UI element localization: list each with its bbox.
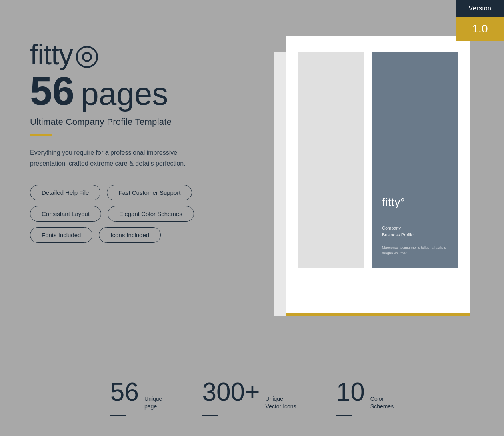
stat-pages-row: 56 Unique page [110, 379, 162, 411]
badge-fonts-included[interactable]: Fonts Included [30, 227, 92, 243]
brand-symbol: ◎ [74, 40, 99, 69]
badge-consistant-layout[interactable]: Consistant Layout [30, 206, 101, 222]
mockup-description-text: Maecenas lacinia mollis tellus, a facili… [382, 245, 448, 256]
badges-row-3: Fonts Included Icons Included [30, 227, 254, 243]
stat-colors-label: Color Schemes [370, 395, 394, 411]
stat-icons-row: 300+ Unique Vector Icons [202, 379, 296, 411]
mockup-brand: fitty° [382, 196, 448, 209]
stat-colors-number: 10 [336, 379, 365, 405]
badge-fast-support[interactable]: Fast Customer Support [107, 185, 192, 200]
badge-detailed-help[interactable]: Detailed Help File [30, 185, 100, 200]
version-badge: Version 1.0 [456, 0, 504, 41]
badge-elegant-colors[interactable]: Elegant Color Schemes [108, 206, 194, 222]
stat-icons: 300+ Unique Vector Icons [202, 379, 296, 416]
left-content: fitty◎ 56 pages Ultimate Company Profile… [30, 40, 254, 243]
pages-line: 56 pages [30, 69, 254, 113]
yellow-divider [30, 134, 52, 136]
badges-container: Detailed Help File Fast Customer Support… [30, 185, 254, 243]
mockup-main-card: fitty° Company Business Profile Maecenas… [286, 36, 470, 316]
right-mockup: fitty° Company Business Profile Maecenas… [286, 36, 478, 332]
mockup-bottom-bar [286, 313, 470, 316]
mockup-top-section: fitty° Company Business Profile Maecenas… [298, 52, 458, 313]
mockup-right-panel: fitty° Company Business Profile Maecenas… [372, 52, 458, 268]
pages-number: 56 [30, 69, 74, 113]
stat-pages-divider [110, 415, 126, 416]
version-label: Version [456, 0, 504, 17]
mockup-inner: fitty° Company Business Profile Maecenas… [286, 36, 470, 313]
stat-icons-label: Unique Vector Icons [266, 395, 296, 411]
badges-row-1: Detailed Help File Fast Customer Support [30, 185, 254, 200]
stats-section: 56 Unique page 300+ Unique Vector Icons … [0, 379, 504, 416]
mockup-company-text: Company Business Profile [382, 225, 448, 239]
stat-icons-divider [202, 415, 218, 416]
version-number: 1.0 [456, 17, 504, 41]
mockup-left-panel [298, 52, 364, 268]
stat-pages: 56 Unique page [110, 379, 162, 416]
badge-icons-included[interactable]: Icons Included [99, 227, 161, 243]
badges-row-2: Consistant Layout Elegant Color Schemes [30, 206, 254, 222]
brand-name: fitty◎ [30, 40, 254, 69]
description: Everything you require for a professiona… [30, 147, 214, 169]
stat-icons-number: 300+ [202, 379, 260, 405]
subtitle: Ultimate Company Profile Template [30, 117, 254, 127]
stat-colors-row: 10 Color Schemes [336, 379, 394, 411]
stat-pages-number: 56 [110, 379, 139, 405]
stat-colors-divider [336, 415, 352, 416]
stat-colors: 10 Color Schemes [336, 379, 394, 416]
stat-pages-label: Unique page [144, 395, 162, 411]
brand-text: fitty [30, 40, 73, 69]
pages-word: pages [81, 76, 168, 112]
